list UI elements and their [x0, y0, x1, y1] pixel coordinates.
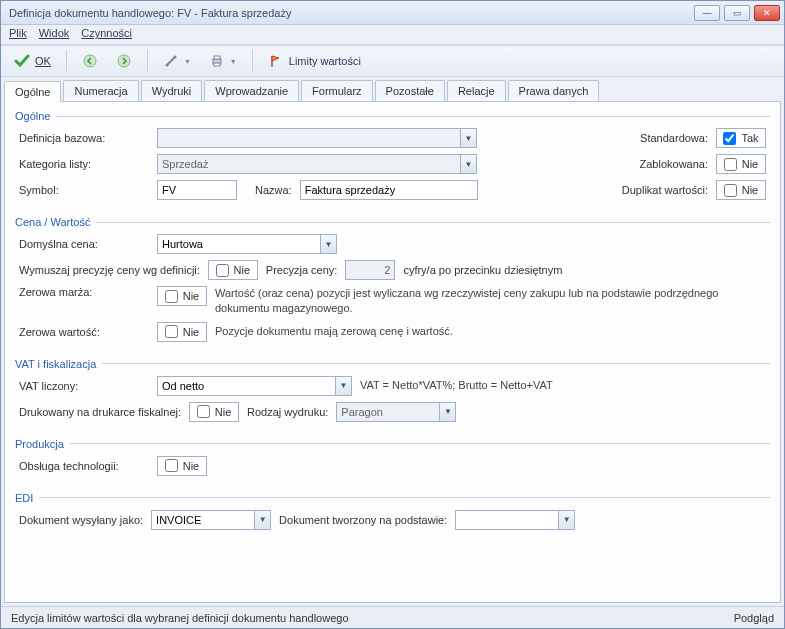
chevron-down-icon[interactable]: ▼: [439, 403, 455, 421]
group-header: EDI: [15, 492, 33, 504]
vat-formula: VAT = Netto*VAT%; Brutto = Netto+VAT: [360, 378, 553, 393]
nav-back-button[interactable]: [75, 49, 105, 73]
label-precyzja-suffix: cyfry/a po przecinku dziesiętnym: [403, 264, 562, 276]
kategoria-combo[interactable]: [157, 154, 477, 174]
obsluga-checkbox[interactable]: Nie: [157, 456, 207, 476]
label-zerowa-marza: Zerowa marża:: [19, 286, 149, 298]
drukowany-checkbox[interactable]: Nie: [189, 402, 239, 422]
tools-button[interactable]: ▼: [156, 49, 198, 73]
svg-point-0: [84, 55, 96, 67]
group-ogolne: Ogólne Definicja bazowa: ▼ Standardowa: …: [15, 110, 770, 208]
tab-prawa[interactable]: Prawa danych: [508, 80, 600, 101]
titlebar: Definicja dokumentu handlowego: FV - Fak…: [1, 1, 784, 25]
close-button[interactable]: ✕: [754, 5, 780, 21]
tab-relacje[interactable]: Relacje: [447, 80, 506, 101]
chevron-down-icon[interactable]: ▼: [558, 511, 574, 529]
ok-label: OK: [35, 55, 51, 67]
toolbar: OK ▼ ▼: [1, 45, 784, 77]
tab-formularz[interactable]: Formularz: [301, 80, 373, 101]
label-obsluga: Obsługa technologii:: [19, 460, 149, 472]
group-header: Produkcja: [15, 438, 64, 450]
limits-label: Limity wartości: [289, 55, 361, 67]
rodzaj-combo[interactable]: [336, 402, 456, 422]
duplikat-checkbox[interactable]: Nie: [716, 180, 766, 200]
chevron-down-icon[interactable]: ▼: [335, 377, 351, 395]
label-symbol: Symbol:: [19, 184, 149, 196]
wymuszaj-checkbox[interactable]: Nie: [208, 260, 258, 280]
chevron-down-icon[interactable]: ▼: [320, 235, 336, 253]
print-button[interactable]: ▼: [202, 49, 244, 73]
svg-point-2: [165, 64, 168, 67]
group-produkcja: Produkcja Obsługa technologii: Nie: [15, 438, 770, 484]
group-edi: EDI Dokument wysyłany jako: ▼ Dokument t…: [15, 492, 770, 538]
nav-forward-button[interactable]: [109, 49, 139, 73]
chevron-down-icon[interactable]: ▼: [460, 129, 476, 147]
zerowa-marza-checkbox[interactable]: Nie: [157, 286, 207, 306]
group-vat: VAT i fiskalizacja VAT liczony: ▼ VAT = …: [15, 358, 770, 430]
zablokowana-checkbox[interactable]: Nie: [716, 154, 766, 174]
nazwa-input[interactable]: [300, 180, 478, 200]
svg-point-3: [173, 56, 176, 59]
chevron-down-icon[interactable]: ▼: [460, 155, 476, 173]
tab-wydruki[interactable]: Wydruki: [141, 80, 203, 101]
limits-button[interactable]: Limity wartości: [261, 49, 368, 73]
tab-numeracja[interactable]: Numeracja: [63, 80, 138, 101]
group-header: Cena / Wartość: [15, 216, 90, 228]
chevron-down-icon: ▼: [184, 58, 191, 65]
svg-rect-5: [214, 56, 220, 59]
tab-pozostale[interactable]: Pozostałe: [375, 80, 445, 101]
label-standardowa: Standardowa:: [640, 132, 708, 144]
menu-view[interactable]: Widok: [39, 27, 70, 42]
vat-liczony-combo[interactable]: [157, 376, 352, 396]
window: Definicja dokumentu handlowego: FV - Fak…: [0, 0, 785, 629]
label-tworzony: Dokument tworzony na podstawie:: [279, 514, 447, 526]
menubar: Plik Widok Czynności: [1, 25, 784, 45]
tab-pane-ogolne: Ogólne Definicja bazowa: ▼ Standardowa: …: [4, 101, 781, 603]
group-cena: Cena / Wartość Domyślna cena: ▼ Wymuszaj…: [15, 216, 770, 350]
symbol-input[interactable]: [157, 180, 237, 200]
chevron-down-icon: ▼: [230, 58, 237, 65]
label-drukowany: Drukowany na drukarce fiskalnej:: [19, 406, 181, 418]
label-domyslna-cena: Domyślna cena:: [19, 238, 149, 250]
check-icon: [14, 53, 30, 69]
menu-file[interactable]: Plik: [9, 27, 27, 42]
label-wysylany: Dokument wysyłany jako:: [19, 514, 143, 526]
precyzja-input[interactable]: [345, 260, 395, 280]
window-title: Definicja dokumentu handlowego: FV - Fak…: [9, 7, 694, 19]
zerowa-wartosc-checkbox[interactable]: Nie: [157, 322, 207, 342]
flag-icon: [268, 53, 284, 69]
definicja-bazowa-combo[interactable]: [157, 128, 477, 148]
label-kategoria: Kategoria listy:: [19, 158, 149, 170]
chevron-down-icon[interactable]: ▼: [254, 511, 270, 529]
statusbar: Edycja limitów wartości dla wybranej def…: [1, 606, 784, 628]
group-header: Ogólne: [15, 110, 50, 122]
tab-wprowadzanie[interactable]: Wprowadzanie: [204, 80, 299, 101]
label-rodzaj: Rodzaj wydruku:: [247, 406, 328, 418]
label-duplikat: Duplikat wartości:: [622, 184, 708, 196]
zerowa-wartosc-note: Pozycje dokumentu mają zerową cenę i war…: [215, 324, 453, 339]
tworzony-combo[interactable]: [455, 510, 575, 530]
ok-button[interactable]: OK: [7, 49, 58, 73]
printer-icon: [209, 53, 225, 69]
label-zablokowana: Zablokowana:: [640, 158, 709, 170]
tabs: Ogólne Numeracja Wydruki Wprowadzanie Fo…: [1, 77, 784, 101]
label-precyzja: Precyzja ceny:: [266, 264, 338, 276]
minimize-button[interactable]: —: [694, 5, 720, 21]
arrow-left-icon: [82, 53, 98, 69]
status-text: Edycja limitów wartości dla wybranej def…: [11, 612, 349, 624]
standardowa-checkbox[interactable]: Tak: [716, 128, 766, 148]
arrow-right-icon: [116, 53, 132, 69]
svg-rect-6: [214, 63, 220, 66]
zerowa-marza-note: Wartość (oraz cena) pozycji jest wylicza…: [215, 286, 766, 316]
label-zerowa-wartosc: Zerowa wartość:: [19, 326, 149, 338]
label-definicja-bazowa: Definicja bazowa:: [19, 132, 149, 144]
label-wymuszaj: Wymuszaj precyzję ceny wg definicji:: [19, 264, 200, 276]
tools-icon: [163, 53, 179, 69]
label-nazwa: Nazwa:: [255, 184, 292, 196]
domyslna-cena-combo[interactable]: [157, 234, 337, 254]
wysylany-combo[interactable]: [151, 510, 271, 530]
menu-actions[interactable]: Czynności: [81, 27, 132, 42]
maximize-button[interactable]: ▭: [724, 5, 750, 21]
status-right: Podgląd: [734, 612, 774, 624]
tab-ogolne[interactable]: Ogólne: [4, 81, 61, 102]
